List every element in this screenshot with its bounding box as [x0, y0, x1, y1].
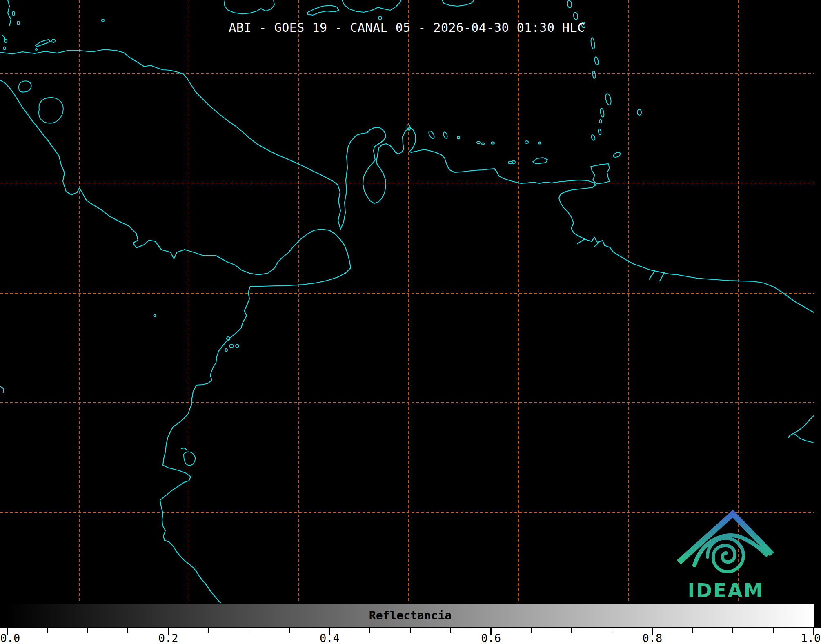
colorbar-tick-label: 0.6 — [481, 632, 501, 644]
colorbar-minor-tick — [692, 628, 693, 633]
islet — [591, 134, 596, 141]
islet — [598, 129, 601, 135]
colorbar-minor-tick — [87, 628, 88, 633]
islet — [229, 344, 234, 348]
islet — [637, 109, 641, 115]
colorbar: Reflectancia — [6, 603, 815, 628]
islet — [154, 315, 156, 317]
island-outline — [342, 0, 401, 12]
colorbar-minor-tick — [732, 628, 733, 633]
island-outline — [591, 164, 610, 184]
islet — [428, 130, 436, 139]
colorbar-tick-label: 1.0 — [801, 632, 821, 644]
colorbar-tick-label: 0.8 — [642, 632, 662, 644]
colorbar-minor-tick — [127, 628, 128, 633]
islet — [4, 47, 6, 50]
islet — [482, 143, 484, 145]
colorbar-minor-tick — [612, 628, 612, 633]
islet — [600, 120, 602, 123]
colorbar-tick-label: 0.4 — [320, 632, 340, 644]
islet — [567, 0, 572, 8]
islet — [12, 11, 15, 16]
colorbar-minor-tick — [410, 628, 411, 633]
islet — [594, 56, 599, 65]
colorbar-minor-tick — [531, 628, 532, 633]
colorbar-minor-tick — [289, 628, 290, 633]
island-outline — [307, 5, 339, 15]
islet — [600, 108, 605, 117]
islet — [592, 71, 596, 79]
island-outline — [19, 81, 31, 92]
islet — [4, 39, 7, 42]
islet — [378, 16, 382, 20]
ideam-logo: IDEAM — [672, 506, 780, 606]
colorbar-minor-tick — [571, 628, 572, 633]
coastline-path — [788, 410, 814, 446]
islet — [477, 141, 480, 144]
island-outline — [184, 452, 195, 466]
island-outline — [224, 0, 274, 14]
coastline-path — [1, 0, 187, 450]
islet — [52, 39, 55, 42]
logo-text: IDEAM — [688, 579, 764, 602]
islet — [236, 345, 239, 348]
island-outline — [533, 158, 547, 163]
islet — [605, 93, 612, 105]
islet — [525, 141, 528, 143]
island-outline — [39, 98, 63, 123]
colorbar-minor-tick — [249, 628, 249, 633]
colorbar-minor-tick — [208, 628, 209, 633]
colorbar-tick-label: 0.2 — [158, 632, 178, 644]
islet — [36, 49, 37, 50]
colorbar-label: Reflectancia — [6, 609, 815, 622]
island-outline — [36, 40, 50, 47]
colorbar-axis-strip: 0.00.20.40.60.81.0 — [0, 628, 821, 644]
islet — [590, 38, 595, 49]
islet — [225, 349, 227, 351]
colorbar-minor-tick — [47, 628, 48, 633]
islet — [573, 12, 578, 20]
colorbar-minor-tick — [369, 628, 370, 633]
colorbar-tick-label: 0.0 — [0, 632, 20, 644]
coastline-path — [0, 80, 351, 603]
island-outline — [442, 0, 474, 6]
islet — [457, 136, 460, 139]
islet — [613, 152, 621, 158]
coastline-path — [577, 239, 664, 281]
islet — [443, 131, 448, 139]
islet — [491, 142, 494, 144]
islet — [539, 142, 541, 144]
map-title: ABI - GOES 19 - CANAL 05 - 2026-04-30 01… — [0, 20, 814, 35]
colorbar-minor-tick — [773, 628, 774, 633]
colorbar-minor-tick — [450, 628, 451, 633]
satellite-image-viewer: ABI - GOES 19 - CANAL 05 - 2026-04-30 01… — [0, 0, 821, 644]
